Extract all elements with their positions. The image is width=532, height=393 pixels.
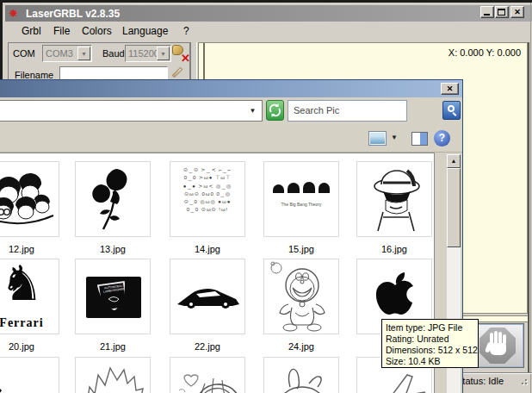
- thumbnail-lamborghini-logo: AUTOMOBILI LAMBORGHINI: [75, 259, 151, 334]
- thumbnail-doraemon: [263, 259, 339, 334]
- file-item-row3-3[interactable]: [170, 357, 247, 393]
- thumbnail-big-bang-theory: The Big Bang Theory: [263, 161, 339, 237]
- tooltip-line: Item type: JPG File: [386, 322, 474, 334]
- dialog-toolbar: ▼ ?: [0, 124, 462, 153]
- chevron-down-icon[interactable]: ▼: [391, 134, 398, 141]
- minimize-icon: [484, 14, 490, 16]
- file-item-15jpg[interactable]: The Big Bang Theory 15.jpg: [263, 161, 341, 237]
- baud-value: 115200: [128, 48, 159, 59]
- file-label: 14.jpg: [170, 244, 245, 254]
- maximize-button[interactable]: [495, 6, 509, 18]
- com-label: COM: [13, 48, 35, 59]
- close-icon: ✕: [514, 8, 521, 16]
- position-readout: X: 0.000 Y: 0.000: [448, 47, 521, 58]
- panel-splitter[interactable]: [190, 42, 197, 82]
- file-item-row3-1[interactable]: [0, 357, 61, 393]
- search-button[interactable]: [442, 101, 461, 120]
- emoticon-glyphs: ⊙‿⊙ ≻‿≺ ⌐‿⌐ 0‿0 ≻ω● ⊤ω⊤ ●‿● ≻ω≺ ◎‿◎ ⊙ω⊙ …: [170, 162, 244, 215]
- window-title: LaserGRBL v2.8.35: [26, 8, 120, 20]
- file-item-21jpg[interactable]: AUTOMOBILI LAMBORGHINI 21.jpg: [75, 259, 152, 334]
- thumbnail-ferrari-horse: ♞ Ferrari: [0, 259, 59, 334]
- edit-file-button[interactable]: [171, 66, 183, 78]
- scrollbar-thumb[interactable]: [447, 168, 461, 247]
- thumbnail-horse-tail: [0, 357, 59, 393]
- file-label: 15.jpg: [263, 244, 339, 254]
- resize-grip[interactable]: [525, 379, 527, 381]
- preview-pane-button[interactable]: [411, 132, 428, 146]
- thumbnail-spiky-hair-sketch: [75, 357, 151, 393]
- resize-grip[interactable]: [522, 383, 523, 384]
- file-item-14jpg[interactable]: ⊙‿⊙ ≻‿≺ ⌐‿⌐ 0‿0 ≻ω● ⊤ω⊤ ●‿● ≻ω≺ ◎‿◎ ⊙ω⊙ …: [170, 161, 247, 237]
- file-item-row3-4[interactable]: [263, 357, 341, 393]
- thumbnail-headphones-girl-sketch: [170, 357, 245, 393]
- close-button[interactable]: ✕: [510, 6, 524, 18]
- dialog-titlebar[interactable]: ✕: [0, 80, 462, 97]
- address-bar[interactable]: ▼: [0, 100, 263, 122]
- menubar: Grbl File Colors Language ?: [5, 22, 532, 41]
- com-port-select[interactable]: COM3 ▼: [42, 45, 92, 62]
- file-item-16jpg[interactable]: 16.jpg: [356, 161, 434, 237]
- close-icon: ✕: [447, 84, 454, 93]
- prancing-horse-icon: ♞: [0, 259, 59, 311]
- file-item-12jpg[interactable]: 12.jpg: [0, 161, 61, 237]
- menu-help[interactable]: ?: [183, 25, 189, 37]
- window-frame-edge: [530, 3, 531, 393]
- thumbnail-sports-car: [170, 259, 245, 334]
- chevron-down-icon[interactable]: ▼: [157, 47, 170, 60]
- file-tooltip: Item type: JPG File Rating: Unrated Dime…: [381, 319, 479, 368]
- tooltip-line: Size: 10.4 KB: [386, 356, 474, 367]
- tooltip-line: Rating: Unrated: [386, 334, 474, 345]
- refresh-icon: [267, 101, 283, 120]
- help-button[interactable]: ?: [434, 130, 450, 147]
- file-label: 24.jpg: [263, 341, 339, 352]
- file-item-22jpg[interactable]: 22.jpg: [170, 259, 247, 334]
- bbt-caption: The Big Bang Theory: [264, 202, 338, 207]
- address-row: ▼ Search Pic: [0, 97, 462, 124]
- thumbnail-emoticon-grid: ⊙‿⊙ ≻‿≺ ⌐‿⌐ 0‿0 ≻ω● ⊤ω⊤ ●‿● ≻ω≺ ◎‿◎ ⊙ω⊙ …: [170, 161, 245, 237]
- search-placeholder: Search Pic: [294, 105, 339, 115]
- disconnect-x-icon: ✕: [181, 53, 190, 64]
- maximize-icon: [498, 9, 505, 16]
- panel-border: [528, 42, 529, 373]
- resize-grip[interactable]: [525, 383, 527, 384]
- status-text: Status: Idle: [456, 376, 504, 386]
- thumbnail-detective-conan-faces: [0, 161, 59, 237]
- menu-colors[interactable]: Colors: [82, 25, 112, 37]
- refresh-button[interactable]: [266, 100, 284, 121]
- file-item-20jpg[interactable]: ♞ Ferrari 20.jpg: [0, 259, 61, 334]
- views-button[interactable]: [368, 131, 387, 146]
- file-label: 12.jpg: [0, 244, 59, 254]
- menu-language[interactable]: Language: [122, 25, 168, 37]
- file-label: 13.jpg: [75, 244, 151, 254]
- search-input[interactable]: Search Pic: [288, 100, 407, 122]
- scroll-up-button[interactable]: ▲: [447, 154, 461, 168]
- tooltip-line: Dimensions: 512 x 512: [386, 345, 474, 356]
- chevron-down-icon[interactable]: ▼: [245, 103, 260, 119]
- file-label: 16.jpg: [356, 244, 432, 254]
- baud-label: Baud: [102, 48, 125, 59]
- file-item-row3-2[interactable]: [75, 357, 152, 393]
- file-item-13jpg[interactable]: 13.jpg: [75, 161, 152, 237]
- laser-icon: ✸: [9, 8, 21, 20]
- thumbnail-black-rose: [75, 161, 151, 237]
- baud-select[interactable]: 115200 ▼: [125, 45, 171, 62]
- file-label: 20.jpg: [0, 341, 59, 352]
- titlebar[interactable]: ✸ LaserGRBL v2.8.35: [5, 5, 532, 22]
- menu-grbl[interactable]: Grbl: [22, 25, 41, 37]
- preview-pane-icon: [420, 133, 427, 145]
- dialog-close-button[interactable]: ✕: [441, 83, 459, 95]
- file-item-24jpg[interactable]: 24.jpg: [263, 259, 341, 334]
- thumbnail-bunny-doodle: [263, 357, 339, 393]
- connect-button[interactable]: ✕: [171, 43, 190, 64]
- stop-hand-icon: [479, 328, 516, 364]
- minimize-button[interactable]: [480, 6, 494, 18]
- menu-file[interactable]: File: [53, 25, 70, 37]
- ferrari-caption: Ferrari: [0, 316, 59, 330]
- com-port-value: COM3: [46, 48, 73, 59]
- pencil-icon: [172, 67, 183, 78]
- thumbnail-luffy-straw-hat: [356, 161, 432, 237]
- chevron-down-icon[interactable]: ▼: [77, 47, 90, 60]
- file-label: 21.jpg: [75, 341, 151, 352]
- file-label: 22.jpg: [170, 341, 245, 352]
